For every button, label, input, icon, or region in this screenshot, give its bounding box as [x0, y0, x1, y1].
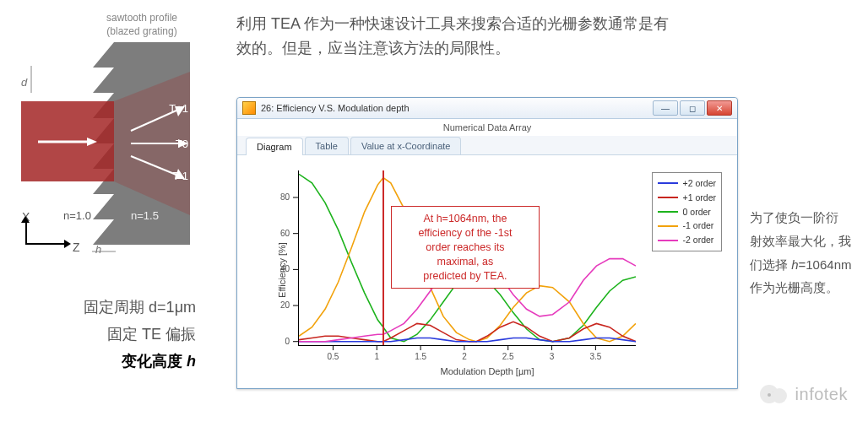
- minimize-button[interactable]: —: [653, 100, 678, 116]
- tab-strip: Diagram Table Value at x-Coordinate: [237, 136, 737, 155]
- callout-box: At h=1064nm, theefficiency of the -1stor…: [391, 206, 540, 289]
- plot-area: Efficiency [%] Modulation Depth [µm] 020…: [249, 164, 725, 376]
- svg-text:0.5: 0.5: [328, 352, 339, 361]
- window-title: 26: Efficiency V.S. Modulation depth: [261, 103, 410, 113]
- svg-text:40: 40: [280, 264, 290, 273]
- svg-text:2.5: 2.5: [502, 352, 514, 361]
- window-titlebar[interactable]: 26: Efficiency V.S. Modulation depth — ◻…: [237, 98, 737, 119]
- tab-value-at-x[interactable]: Value at x-Coordinate: [350, 137, 462, 154]
- tab-diagram[interactable]: Diagram: [246, 138, 303, 155]
- y-ticks: 020406080: [249, 170, 298, 345]
- tab-table[interactable]: Table: [305, 137, 349, 154]
- param-period: 固定周期 d=1μm: [0, 295, 196, 320]
- legend-item: -1 order: [658, 219, 716, 233]
- svg-text:T0: T0: [176, 138, 188, 150]
- maximize-button[interactable]: ◻: [680, 100, 705, 116]
- svg-text:60: 60: [280, 229, 290, 238]
- svg-text:20: 20: [280, 300, 290, 310]
- x-ticks: 0.511.522.533.5: [298, 346, 635, 376]
- svg-text:d: d: [21, 76, 28, 89]
- window-subtitle: Numerical Data Array: [237, 119, 737, 136]
- svg-text:T+1: T+1: [169, 102, 188, 115]
- legend-item: +2 order: [658, 176, 716, 191]
- callout-vline: [382, 170, 384, 345]
- svg-text:2: 2: [462, 352, 467, 361]
- param-polarization: 固定 TE 偏振: [0, 322, 196, 347]
- legend-item: 0 order: [658, 205, 716, 219]
- svg-text:1.5: 1.5: [415, 352, 426, 361]
- app-icon: [242, 101, 256, 115]
- axis-z-label: Z: [73, 238, 80, 257]
- svg-text:80: 80: [280, 192, 290, 202]
- svg-text:n=1.0: n=1.0: [63, 209, 91, 222]
- watermark: infotek: [760, 383, 848, 405]
- svg-text:h: h: [95, 243, 101, 253]
- right-paragraph: 为了使负一阶衍 射效率最大化，我 们选择 h=1064nm 作为光栅高度。: [750, 206, 868, 300]
- param-height: 变化高度 h: [0, 349, 196, 374]
- blazed-grating-diagram: T+1 T0 T-1 d h n=1.0 n=1.5: [21, 25, 203, 253]
- svg-text:1: 1: [374, 352, 379, 361]
- close-button[interactable]: ✕: [707, 100, 732, 116]
- svg-text:T-1: T-1: [172, 170, 188, 182]
- legend-item: -2 order: [658, 233, 716, 247]
- svg-text:3.5: 3.5: [589, 352, 601, 361]
- svg-text:3: 3: [550, 352, 555, 361]
- legend-item: +1 order: [658, 191, 716, 205]
- svg-text:0: 0: [285, 337, 290, 345]
- chart-window: 26: Efficiency V.S. Modulation depth — ◻…: [236, 97, 738, 389]
- intro-paragraph: 利用 TEA 作为一种快速设计工具来搜索合适的光栅参数通常是有效的。但是，应当注…: [236, 12, 675, 61]
- legend: +2 order +1 order 0 order -1 order -2 or…: [652, 172, 722, 251]
- wechat-icon: [760, 383, 789, 405]
- svg-text:n=1.5: n=1.5: [131, 209, 159, 222]
